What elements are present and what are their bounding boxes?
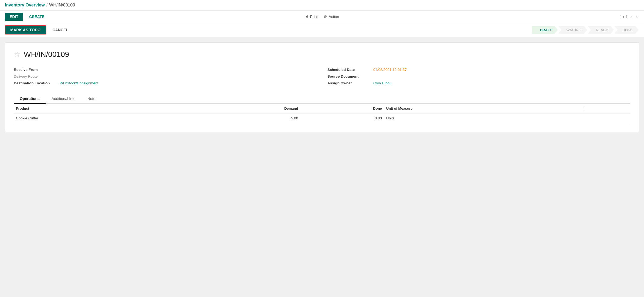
col-demand: Demand: [184, 104, 300, 113]
field-source-document: Source Document: [327, 73, 630, 80]
breadcrumb-separator: /: [46, 3, 48, 8]
cell-uom: Units: [384, 113, 580, 123]
status-steps: DRAFT WAITING READY DONE: [532, 26, 639, 34]
nav-prev-button[interactable]: ‹: [629, 13, 633, 20]
breadcrumb-bar: Inventory Overview / WH/IN/00109: [0, 0, 644, 11]
cancel-button[interactable]: CANCEL: [49, 26, 72, 34]
col-done: Done: [300, 104, 384, 113]
fields-right: Scheduled Date 04/08/2021 12:01:37 Sourc…: [327, 66, 630, 87]
fields-left: Receive From Delivery Route Destination …: [14, 66, 317, 87]
col-uom: Unit of Measure: [384, 104, 580, 113]
tab-note[interactable]: Note: [82, 94, 101, 104]
tab-additional-info[interactable]: Additional Info: [46, 94, 82, 104]
field-receive-from: Receive From: [14, 66, 317, 73]
record-card: ☆ WH/IN/00109 Receive From Delivery Rout…: [5, 42, 639, 132]
cell-done: 0.00: [300, 113, 384, 123]
field-label-assign-owner: Assign Owner: [327, 81, 371, 85]
toolbar-right: 1 / 1 ‹ ›: [620, 13, 639, 20]
toolbar-left: EDIT CREATE: [5, 13, 48, 21]
status-ready: READY: [588, 26, 614, 34]
top-toolbar: EDIT CREATE 🖨 Print ⚙ Action 1 / 1 ‹ ›: [0, 11, 644, 23]
action-label: Action: [328, 15, 339, 19]
cell-product: Cookie Cutter: [14, 113, 184, 123]
action-button[interactable]: ⚙ Action: [324, 15, 339, 19]
breadcrumb-current: WH/IN/00109: [49, 3, 75, 8]
printer-icon: 🖨: [305, 15, 309, 19]
record-title: WH/IN/00109: [24, 50, 69, 59]
breadcrumb-parent[interactable]: Inventory Overview: [5, 3, 45, 8]
field-label-delivery-route: Delivery Route: [14, 74, 57, 78]
tabs-row: Operations Additional Info Note: [14, 94, 630, 104]
toolbar-middle: 🖨 Print ⚙ Action: [305, 15, 339, 19]
nav-count: 1 / 1: [620, 15, 627, 19]
action-bar: MARK AS TODO CANCEL DRAFT WAITING READY …: [0, 23, 644, 37]
field-scheduled-date: Scheduled Date 04/08/2021 12:01:37: [327, 66, 630, 73]
record-title-row: ☆ WH/IN/00109: [14, 50, 630, 59]
field-label-destination: Destination Location: [14, 81, 57, 85]
status-done: DONE: [614, 26, 639, 34]
status-waiting: WAITING: [558, 26, 587, 34]
col-actions-icon[interactable]: ⋮: [580, 104, 630, 113]
field-destination-location: Destination Location WH/Stock/Consignmen…: [14, 80, 317, 87]
fields-grid: Receive From Delivery Route Destination …: [14, 66, 630, 87]
edit-button[interactable]: EDIT: [5, 13, 23, 21]
tab-operations[interactable]: Operations: [14, 94, 46, 104]
operations-table: Product Demand Done Unit of Measure ⋮ Co…: [14, 104, 630, 123]
col-product: Product: [14, 104, 184, 113]
print-button[interactable]: 🖨 Print: [305, 15, 318, 19]
cell-row-actions: [580, 113, 630, 123]
mark-as-todo-button[interactable]: MARK AS TODO: [5, 25, 46, 34]
field-value-scheduled-date: 04/08/2021 12:01:37: [373, 68, 407, 72]
main-content: ☆ WH/IN/00109 Receive From Delivery Rout…: [0, 37, 644, 137]
print-label: Print: [310, 15, 318, 19]
cell-demand: 5.00: [184, 113, 300, 123]
field-assign-owner: Assign Owner Cory Hibou: [327, 80, 630, 87]
field-value-assign-owner[interactable]: Cory Hibou: [373, 81, 392, 85]
favorite-star-icon[interactable]: ☆: [14, 51, 21, 58]
create-button[interactable]: CREATE: [25, 13, 48, 21]
nav-next-button[interactable]: ›: [635, 13, 639, 20]
field-label-receive-from: Receive From: [14, 68, 57, 72]
field-label-scheduled-date: Scheduled Date: [327, 68, 371, 72]
gear-icon: ⚙: [324, 15, 327, 19]
field-label-source-doc: Source Document: [327, 74, 371, 78]
status-draft: DRAFT: [532, 26, 558, 34]
field-value-destination[interactable]: WH/Stock/Consignment: [60, 81, 98, 85]
table-row: Cookie Cutter 5.00 0.00 Units: [14, 113, 630, 123]
field-delivery-route: Delivery Route: [14, 73, 317, 80]
